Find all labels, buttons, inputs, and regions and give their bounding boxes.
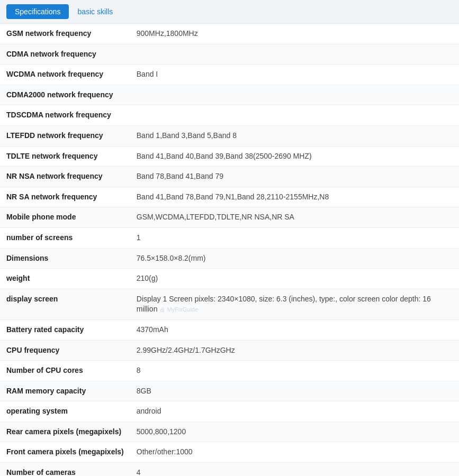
spec-label: WCDMA network frequency <box>0 65 130 85</box>
spec-label: Number of cameras <box>0 463 130 476</box>
spec-value: 8 <box>130 361 459 381</box>
spec-label: RAM memory capacity <box>0 381 130 401</box>
spec-label: NR NSA network frequency <box>0 167 130 187</box>
spec-label: NR SA network frequency <box>0 187 130 207</box>
spec-value: Other/other:1000 <box>130 442 459 463</box>
spec-label: Dimensions <box>0 248 130 269</box>
table-row: CDMA2000 network frequency <box>0 85 459 105</box>
spec-value: 8GB <box>130 381 459 401</box>
spec-label: Number of CPU cores <box>0 361 130 381</box>
spec-label: Mobile phone mode <box>0 207 130 228</box>
table-row: WCDMA network frequencyBand I <box>0 65 459 85</box>
spec-label: CDMA network frequency <box>0 44 130 65</box>
spec-value: Band I <box>130 65 459 85</box>
table-row: Battery rated capacity4370mAh <box>0 319 459 340</box>
spec-value: 4370mAh <box>130 319 459 340</box>
table-row: Rear camera pixels (megapixels)5000,800,… <box>0 422 459 442</box>
spec-label: CPU frequency <box>0 340 130 361</box>
table-row: NR NSA network frequencyBand 78,Band 41,… <box>0 167 459 187</box>
table-row: RAM memory capacity8GB <box>0 381 459 401</box>
specifications-table: GSM network frequency900MHz,1800MHzCDMA … <box>0 24 459 476</box>
spec-value: Band 41,Band 40,Band 39,Band 38(2500-269… <box>130 146 459 167</box>
table-row: CPU frequency2.99GHz/2.4GHz/1.7GHzGHz <box>0 340 459 361</box>
spec-value: Band 1,Band 3,Band 5,Band 8 <box>130 125 459 146</box>
spec-value: 2.99GHz/2.4GHz/1.7GHzGHz <box>130 340 459 361</box>
spec-label: TDLTE network frequency <box>0 146 130 167</box>
spec-value: 5000,800,1200 <box>130 422 459 442</box>
spec-label: number of screens <box>0 227 130 248</box>
tab-specifications[interactable]: Specifications <box>6 4 69 19</box>
spec-label: TDSCDMA network frequency <box>0 105 130 126</box>
spec-value: Band 41,Band 78,Band 79,N1,Band 28,2110-… <box>130 187 459 207</box>
table-row: Number of cameras4 <box>0 463 459 476</box>
table-row: TDLTE network frequencyBand 41,Band 40,B… <box>0 146 459 167</box>
spec-label: Front camera pixels (megapixels) <box>0 442 130 463</box>
spec-label: LTEFDD network frequency <box>0 125 130 146</box>
table-row: operating systemandroid <box>0 401 459 422</box>
spec-label: weight <box>0 269 130 289</box>
spec-value: android <box>130 401 459 422</box>
spec-label: GSM network frequency <box>0 24 130 44</box>
watermark: 🖨 MyFixGuide <box>159 306 198 314</box>
spec-value: 4 <box>130 463 459 476</box>
spec-value: Display 1 Screen pixels: 2340×1080, size… <box>130 289 459 319</box>
table-row: LTEFDD network frequencyBand 1,Band 3,Ba… <box>0 125 459 146</box>
spec-label: CDMA2000 network frequency <box>0 85 130 105</box>
table-row: display screenDisplay 1 Screen pixels: 2… <box>0 289 459 319</box>
table-row: number of screens1 <box>0 227 459 248</box>
spec-label: operating system <box>0 401 130 422</box>
spec-value: 900MHz,1800MHz <box>130 24 459 44</box>
table-row: TDSCDMA network frequency <box>0 105 459 126</box>
spec-value <box>130 105 459 126</box>
spec-label: display screen <box>0 289 130 319</box>
spec-value <box>130 44 459 65</box>
tab-basic-skills[interactable]: basic skills <box>73 4 117 19</box>
table-row: Number of CPU cores8 <box>0 361 459 381</box>
table-row: Mobile phone modeGSM,WCDMA,LTEFDD,TDLTE,… <box>0 207 459 228</box>
table-row: weight210(g) <box>0 269 459 289</box>
spec-value: 76.5×158.0×8.2(mm) <box>130 248 459 269</box>
table-row: Dimensions76.5×158.0×8.2(mm) <box>0 248 459 269</box>
tab-bar: Specifications basic skills <box>0 0 459 24</box>
spec-value: GSM,WCDMA,LTEFDD,TDLTE,NR NSA,NR SA <box>130 207 459 228</box>
spec-value: 1 <box>130 227 459 248</box>
table-row: Front camera pixels (megapixels)Other/ot… <box>0 442 459 463</box>
spec-value <box>130 85 459 105</box>
spec-value: 210(g) <box>130 269 459 289</box>
spec-label: Battery rated capacity <box>0 319 130 340</box>
table-row: GSM network frequency900MHz,1800MHz <box>0 24 459 44</box>
table-row: NR SA network frequencyBand 41,Band 78,B… <box>0 187 459 207</box>
spec-label: Rear camera pixels (megapixels) <box>0 422 130 442</box>
table-row: CDMA network frequency <box>0 44 459 65</box>
spec-value: Band 78,Band 41,Band 79 <box>130 167 459 187</box>
